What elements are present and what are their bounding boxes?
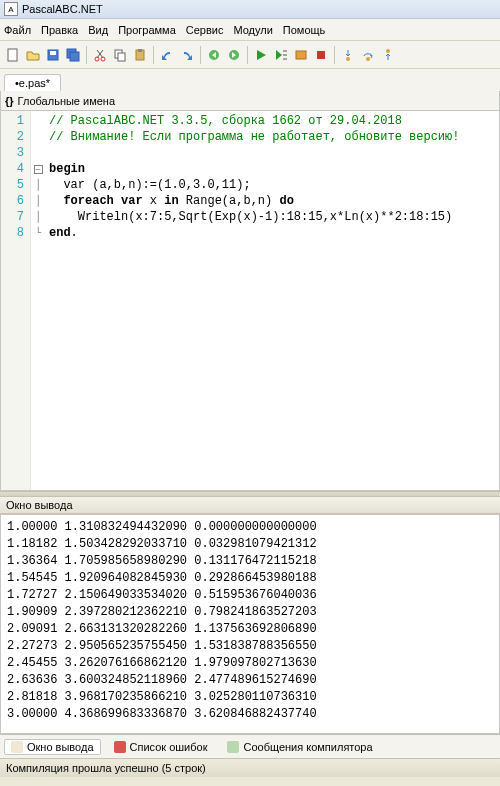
code-area[interactable]: // PascalABC.NET 3.3.5, сборка 1662 от 2…	[45, 111, 499, 490]
menu-program[interactable]: Программа	[118, 24, 176, 36]
app-icon: A	[4, 2, 18, 16]
menu-bar: Файл Правка Вид Программа Сервис Модули …	[0, 19, 500, 41]
step-over-icon[interactable]	[359, 46, 377, 64]
redo-icon[interactable]	[178, 46, 196, 64]
stop-icon[interactable]	[312, 46, 330, 64]
menu-modules[interactable]: Модули	[233, 24, 272, 36]
svg-point-17	[386, 49, 390, 53]
menu-view[interactable]: Вид	[88, 24, 108, 36]
tab-output[interactable]: Окно вывода	[4, 739, 101, 755]
file-tab[interactable]: •e.pas*	[4, 74, 61, 91]
title-bar: A PascalABC.NET	[0, 0, 500, 19]
svg-rect-14	[317, 51, 325, 59]
copy-icon[interactable]	[111, 46, 129, 64]
open-file-icon[interactable]	[24, 46, 42, 64]
step-into-icon[interactable]	[339, 46, 357, 64]
scope-bar[interactable]: {} Глобальные имена	[0, 91, 500, 111]
menu-file[interactable]: Файл	[4, 24, 31, 36]
paste-icon[interactable]	[131, 46, 149, 64]
cut-icon[interactable]	[91, 46, 109, 64]
nav-fwd-icon[interactable]	[225, 46, 243, 64]
svg-rect-0	[8, 49, 17, 61]
errors-tab-icon	[114, 741, 126, 753]
output-panel-title: Окно вывода	[0, 497, 500, 514]
svg-point-15	[346, 57, 350, 61]
tab-compiler[interactable]: Сообщения компилятора	[220, 739, 379, 755]
fold-column: − │││└	[31, 111, 45, 490]
compile-icon[interactable]	[292, 46, 310, 64]
step-out-icon[interactable]	[379, 46, 397, 64]
output-tab-icon	[11, 741, 23, 753]
fold-toggle-icon[interactable]: −	[34, 165, 43, 174]
svg-rect-8	[118, 53, 125, 61]
code-editor[interactable]: 1 2 3 4 5 6 7 8 − │││└ // PascalABC.NET …	[0, 111, 500, 491]
output-panel[interactable]: 1.00000 1.310832494432090 0.000000000000…	[0, 514, 500, 734]
line-gutter: 1 2 3 4 5 6 7 8	[1, 111, 31, 490]
tab-bar: •e.pas*	[0, 69, 500, 91]
menu-edit[interactable]: Правка	[41, 24, 78, 36]
status-text: Компиляция прошла успешно (5 строк)	[6, 762, 206, 774]
svg-point-16	[366, 57, 370, 61]
new-file-icon[interactable]	[4, 46, 22, 64]
save-icon[interactable]	[44, 46, 62, 64]
compiler-tab-icon	[227, 741, 239, 753]
svg-rect-2	[50, 51, 56, 55]
status-bar: Компиляция прошла успешно (5 строк)	[0, 758, 500, 777]
save-all-icon[interactable]	[64, 46, 82, 64]
menu-help[interactable]: Помощь	[283, 24, 326, 36]
tab-errors[interactable]: Список ошибок	[107, 739, 215, 755]
toolbar	[0, 41, 500, 69]
bottom-tab-bar: Окно вывода Список ошибок Сообщения комп…	[0, 734, 500, 758]
nav-back-icon[interactable]	[205, 46, 223, 64]
svg-rect-10	[138, 49, 142, 52]
svg-rect-13	[296, 51, 306, 59]
run-icon[interactable]	[252, 46, 270, 64]
run-lines-icon[interactable]	[272, 46, 290, 64]
scope-label: Глобальные имена	[18, 95, 116, 107]
menu-service[interactable]: Сервис	[186, 24, 224, 36]
undo-icon[interactable]	[158, 46, 176, 64]
window-title: PascalABC.NET	[22, 3, 103, 15]
brace-icon: {}	[5, 95, 14, 107]
svg-rect-4	[70, 52, 79, 61]
